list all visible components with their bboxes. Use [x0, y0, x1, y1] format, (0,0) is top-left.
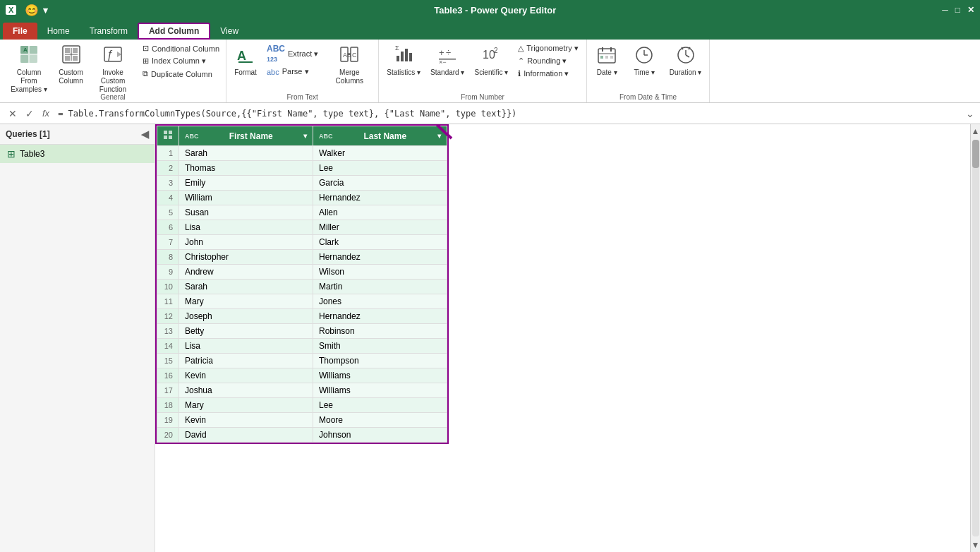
- invoke-fn-icon: ƒ: [103, 44, 123, 67]
- standard-btn[interactable]: +÷×− Standard ▾: [427, 42, 468, 79]
- title-bar: X 😊 ▾ Table3 - Power Query Editor ─ □ ✕: [0, 0, 980, 20]
- minimize-btn[interactable]: ─: [942, 5, 948, 15]
- extract-icon: ABC123: [267, 44, 285, 64]
- custom-column-label: CustomColumn: [59, 68, 83, 85]
- information-btn[interactable]: ℹ Information ▾: [514, 68, 581, 80]
- svg-rect-9: [65, 56, 70, 61]
- scroll-track[interactable]: [972, 140, 979, 536]
- group-general-label: General: [0, 93, 226, 101]
- sidebar-collapse-btn[interactable]: ◀: [141, 128, 149, 140]
- information-icon: ℹ: [518, 69, 521, 78]
- first-name-cell: Andrew: [179, 265, 313, 280]
- sidebar-header: Queries [1] ◀: [0, 124, 155, 145]
- table-row: 16 Kevin Williams: [157, 368, 447, 383]
- svg-text:+: +: [439, 47, 444, 58]
- tab-file[interactable]: File: [3, 23, 37, 40]
- table-row: 4 William Hernandez: [157, 191, 447, 205]
- conditional-col-icon: ⊡: [143, 44, 149, 53]
- duplicate-col-label: Duplicate Column: [151, 70, 212, 78]
- col-header-last-name[interactable]: ABC Last Name ▾: [313, 126, 447, 146]
- tab-view[interactable]: View: [210, 23, 248, 40]
- merge-col-label: Merge Columns: [328, 68, 370, 85]
- table-icon: ⊞: [7, 148, 16, 160]
- table-row: 13 Betty Robinson: [157, 324, 447, 339]
- invoke-custom-fn-btn[interactable]: ƒ Invoke CustomFunction: [88, 42, 138, 96]
- scroll-up-btn[interactable]: ▲: [969, 124, 980, 138]
- svg-rect-51: [164, 136, 167, 139]
- first-name-cell: Joseph: [179, 309, 313, 324]
- window-title: Table3 - Power Query Editor: [48, 5, 942, 16]
- format-btn[interactable]: A Format: [231, 42, 260, 79]
- duplicate-col-icon: ⧉: [143, 69, 148, 78]
- duration-btn[interactable]: Duration ▾: [666, 42, 706, 79]
- table-row: 18 Mary Lee: [157, 398, 447, 413]
- trigonometry-btn[interactable]: △ Trigonometry ▾: [514, 42, 581, 54]
- formula-controls: ✕ ✓ fx: [6, 107, 52, 121]
- first-name-cell: William: [179, 191, 313, 205]
- sidebar-item-table3[interactable]: ⊞ Table3: [0, 145, 155, 163]
- tab-addcolumn[interactable]: Add Column: [138, 23, 210, 40]
- svg-rect-24: [401, 52, 404, 61]
- row-num-cell: 19: [157, 413, 179, 428]
- conditional-column-btn[interactable]: ⊡ Conditional Column: [139, 42, 223, 54]
- date-btn[interactable]: Date ▾: [591, 42, 623, 79]
- rounding-btn[interactable]: ⌃ Rounding ▾: [514, 55, 581, 67]
- close-btn[interactable]: ✕: [967, 5, 974, 15]
- duplicate-column-btn[interactable]: ⧉ Duplicate Column: [139, 68, 223, 80]
- merge-columns-btn[interactable]: ABC Merge Columns: [325, 42, 374, 88]
- last-name-dropdown-btn[interactable]: ▾: [437, 132, 441, 140]
- sidebar: Queries [1] ◀ ⊞ Table3: [0, 124, 155, 552]
- row-num-cell: 20: [157, 428, 179, 443]
- col-header-first-name[interactable]: ABC First Name ▾: [179, 126, 313, 146]
- first-name-cell: Patricia: [179, 354, 313, 368]
- svg-marker-15: [117, 52, 121, 57]
- last-name-header-icon: ABC: [319, 133, 333, 140]
- statistics-btn[interactable]: Σ Statistics ▾: [383, 42, 424, 79]
- scroll-thumb[interactable]: [972, 140, 979, 168]
- time-btn[interactable]: Time ▾: [629, 42, 660, 79]
- table-row: 14 Lisa Smith: [157, 339, 447, 354]
- row-num-cell: 9: [157, 265, 179, 280]
- last-name-cell: Hernandez: [313, 309, 447, 324]
- scientific-btn[interactable]: 102 Scientific ▾: [471, 42, 512, 79]
- parse-btn[interactable]: abc Parse ▾: [263, 66, 322, 78]
- tab-transform[interactable]: Transform: [80, 23, 138, 40]
- table-row: 9 Andrew Wilson: [157, 265, 447, 280]
- group-from-text-label: From Text: [226, 93, 378, 101]
- last-name-cell: Walker: [313, 146, 447, 161]
- group-from-text: A Format ABC123 Extract ▾ abc Parse ▾ AB…: [226, 40, 379, 102]
- scroll-down-btn[interactable]: ▼: [969, 538, 980, 552]
- last-name-cell: Clark: [313, 235, 447, 250]
- first-name-dropdown-btn[interactable]: ▾: [303, 132, 307, 140]
- last-name-cell: Hernandez: [313, 250, 447, 265]
- row-num-cell: 15: [157, 354, 179, 368]
- formula-cancel-btn[interactable]: ✕: [6, 107, 20, 121]
- first-name-cell: Thomas: [179, 161, 313, 176]
- svg-rect-26: [409, 53, 412, 61]
- number-small-btns: △ Trigonometry ▾ ⌃ Rounding ▾ ℹ Informat…: [514, 42, 581, 90]
- grid-container[interactable]: ABC First Name ▾ ABC Last Name ▾: [155, 124, 970, 552]
- extract-btn[interactable]: ABC123 Extract ▾: [263, 42, 322, 65]
- row-num-header: [157, 126, 179, 146]
- first-name-cell: Lisa: [179, 220, 313, 235]
- svg-rect-10: [73, 56, 78, 61]
- extract-label: Extract ▾: [288, 49, 318, 59]
- table-row: 5 Susan Allen: [157, 205, 447, 220]
- row-num-cell: 2: [157, 161, 179, 176]
- col-from-examples-btn[interactable]: A Column FromExamples ▾: [4, 42, 54, 96]
- last-name-cell: Williams: [313, 383, 447, 398]
- tab-home[interactable]: Home: [37, 23, 80, 40]
- custom-column-icon: [61, 44, 81, 67]
- first-name-cell: Sarah: [179, 280, 313, 294]
- table-row: 15 Patricia Thompson: [157, 354, 447, 368]
- group-general: A Column FromExamples ▾ CustomColumn ƒ I…: [0, 40, 226, 102]
- table-row: 12 Joseph Hernandez: [157, 309, 447, 324]
- index-column-btn[interactable]: ⊞ Index Column ▾: [139, 55, 223, 67]
- custom-column-btn[interactable]: CustomColumn: [55, 42, 87, 88]
- restore-btn[interactable]: □: [955, 5, 960, 15]
- formula-confirm-btn[interactable]: ✓: [23, 107, 37, 121]
- formula-expand-btn[interactable]: ⌄: [966, 108, 974, 119]
- table-row: 6 Lisa Miller: [157, 220, 447, 235]
- svg-rect-8: [73, 48, 78, 53]
- row-num-cell: 6: [157, 220, 179, 235]
